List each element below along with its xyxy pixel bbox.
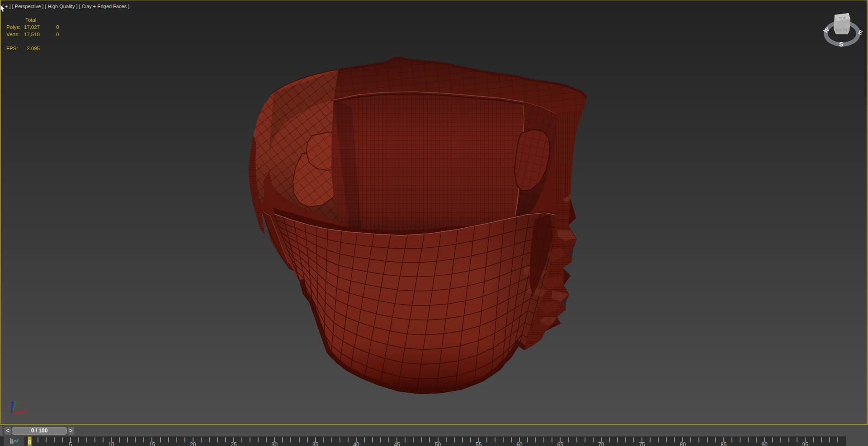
svg-text:TOP: TOP <box>839 16 846 20</box>
svg-text:FRONT: FRONT <box>836 27 849 33</box>
svg-text:S: S <box>839 41 843 48</box>
